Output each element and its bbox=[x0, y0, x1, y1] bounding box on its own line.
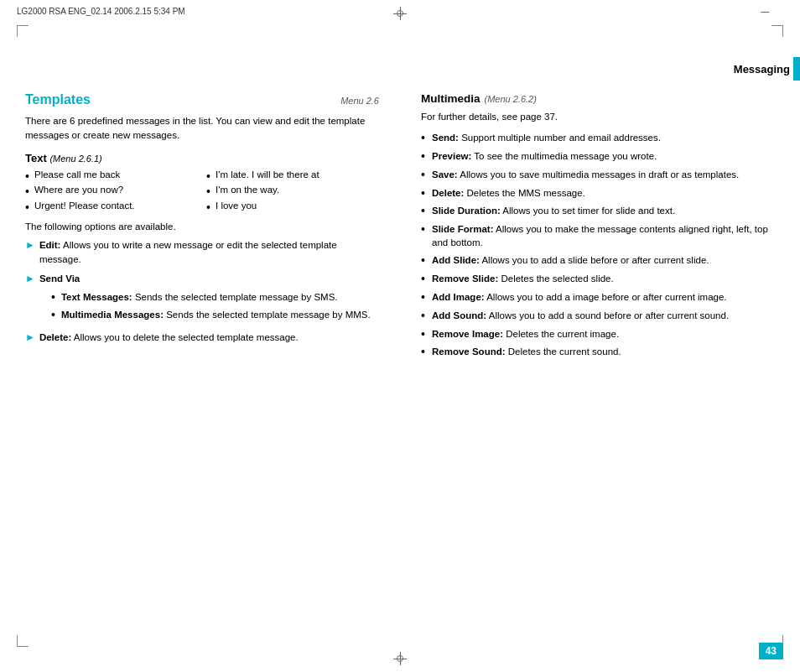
multimedia-heading: Multimedia (Menu 2.6.2) bbox=[421, 92, 775, 105]
bullet-dot: • bbox=[421, 168, 429, 182]
list-item: • Urgent! Please contact. bbox=[25, 201, 198, 215]
send-via-option: ► Send Via • Text Messages: Sends the se… bbox=[25, 272, 379, 326]
multimedia-desc: For further details, see page 37. bbox=[421, 110, 775, 124]
bullet-dot: • bbox=[25, 169, 32, 184]
bullet-dot: • bbox=[421, 186, 429, 201]
list-item: • Multimedia Messages: Sends the selecte… bbox=[51, 308, 379, 322]
template-bullet-grid: • Please call me back • I'm late. I will… bbox=[25, 169, 379, 215]
list-item: • Add Sound: Allows you to add a sound b… bbox=[421, 309, 775, 323]
text-subheading: Text (Menu 2.6.1) bbox=[25, 152, 379, 164]
list-item: • Slide Format: Allows you to make the m… bbox=[421, 222, 775, 249]
bullet-dot: • bbox=[421, 131, 429, 145]
send-via-content: Send Via • Text Messages: Sends the sele… bbox=[39, 272, 379, 326]
bullet-text: Where are you now? bbox=[34, 185, 123, 195]
bullet-dot: • bbox=[25, 201, 32, 215]
bullet-dot: • bbox=[421, 345, 429, 359]
left-column: Templates Menu 2.6 There are 6 predefine… bbox=[25, 92, 387, 622]
bullet-dot: • bbox=[421, 149, 429, 164]
bullet-dot: • bbox=[206, 201, 213, 215]
list-item: • I'm late. I will be there at bbox=[206, 169, 379, 184]
bullet-dot: • bbox=[421, 290, 429, 305]
templates-title: Templates bbox=[25, 92, 91, 107]
bullet-dot: • bbox=[421, 222, 429, 237]
bullet-text: I'm late. I will be there at bbox=[216, 169, 319, 180]
corner-mark-bl bbox=[17, 635, 29, 647]
edit-text: Edit: Allows you to write a new message … bbox=[39, 238, 379, 268]
templates-description: There are 6 predefined messages in the l… bbox=[25, 114, 379, 143]
bullet-dot: • bbox=[206, 169, 213, 184]
text-label: Text bbox=[25, 152, 47, 164]
bullet-text: Urgent! Please contact. bbox=[34, 201, 135, 211]
header-bar: LG2000 RSA ENG_02.14 2006.2.15 5:34 PM — bbox=[0, 7, 800, 16]
list-item: • Remove Image: Deletes the current imag… bbox=[421, 327, 775, 341]
multimedia-messages-text: Multimedia Messages: Sends the selected … bbox=[61, 308, 371, 322]
templates-heading: Templates Menu 2.6 bbox=[25, 92, 379, 107]
bullet-dot: • bbox=[51, 308, 58, 322]
list-item: • I love you bbox=[206, 201, 379, 215]
messaging-accent-bar bbox=[793, 57, 800, 81]
list-item: • Send: Support multiple number and emai… bbox=[421, 131, 775, 145]
list-item: • Text Messages: Sends the selected temp… bbox=[51, 290, 379, 305]
multimedia-title: Multimedia bbox=[421, 92, 481, 105]
triangle-bullet: ► bbox=[25, 239, 35, 251]
header-text: LG2000 RSA ENG_02.14 2006.2.15 5:34 PM bbox=[17, 7, 185, 16]
messaging-label: Messaging bbox=[734, 63, 793, 76]
list-item: • Remove Slide: Deletes the selected sli… bbox=[421, 272, 775, 286]
multimedia-menu-ref: (Menu 2.6.2) bbox=[485, 94, 537, 104]
messaging-label-container: Messaging bbox=[734, 57, 800, 81]
text-messages-text: Text Messages: Sends the selected templa… bbox=[61, 290, 338, 305]
bullet-dot: • bbox=[421, 272, 429, 286]
corner-mark-tl bbox=[17, 25, 29, 37]
triangle-bullet: ► bbox=[25, 273, 35, 284]
list-item: • I'm on the way. bbox=[206, 185, 379, 199]
corner-mark-tr bbox=[771, 25, 783, 37]
bullet-text: Please call me back bbox=[34, 169, 120, 180]
triangle-bullet: ► bbox=[25, 331, 35, 343]
bullet-dot: • bbox=[51, 290, 58, 305]
bullet-dot: • bbox=[421, 327, 429, 341]
bullet-dot: • bbox=[421, 253, 429, 268]
list-item: • Delete: Deletes the MMS message. bbox=[421, 186, 775, 201]
list-item: • Preview: To see the multimedia message… bbox=[421, 149, 775, 164]
page-number: 43 bbox=[759, 643, 783, 659]
list-item: • Please call me back bbox=[25, 169, 198, 184]
bullet-dot: • bbox=[206, 185, 213, 199]
bullet-dot: • bbox=[25, 185, 32, 199]
templates-menu-ref: Menu 2.6 bbox=[340, 96, 379, 106]
text-menu-ref: (Menu 2.6.1) bbox=[49, 154, 101, 164]
list-item: • Add Slide: Allows you to add a slide b… bbox=[421, 253, 775, 268]
right-column: Multimedia (Menu 2.6.2) For further deta… bbox=[413, 92, 775, 622]
page: LG2000 RSA ENG_02.14 2006.2.15 5:34 PM —… bbox=[0, 0, 800, 672]
main-content: Templates Menu 2.6 There are 6 predefine… bbox=[25, 92, 775, 622]
center-bottom-crosshair bbox=[393, 652, 407, 665]
header-dashes: — bbox=[761, 7, 783, 16]
list-item: • Add Image: Allows you to add a image b… bbox=[421, 290, 775, 305]
bullet-text: I'm on the way. bbox=[216, 185, 279, 195]
bullet-dot: • bbox=[421, 309, 429, 323]
list-item: • Slide Duration: Allows you to set time… bbox=[421, 204, 775, 218]
delete-option: ► Delete: Allows you to delete the selec… bbox=[25, 331, 379, 345]
delete-text: Delete: Allows you to delete the selecte… bbox=[39, 331, 379, 345]
bullet-dot: • bbox=[421, 204, 429, 218]
edit-option: ► Edit: Allows you to write a new messag… bbox=[25, 238, 379, 268]
bullet-text: I love you bbox=[216, 201, 257, 211]
list-item: • Remove Sound: Deletes the current soun… bbox=[421, 345, 775, 359]
list-item: • Save: Allows you to save multimedia me… bbox=[421, 168, 775, 182]
send-via-sub-bullets: • Text Messages: Sends the selected temp… bbox=[51, 290, 379, 323]
list-item: • Where are you now? bbox=[25, 185, 198, 199]
options-text: The following options are available. bbox=[25, 221, 379, 232]
